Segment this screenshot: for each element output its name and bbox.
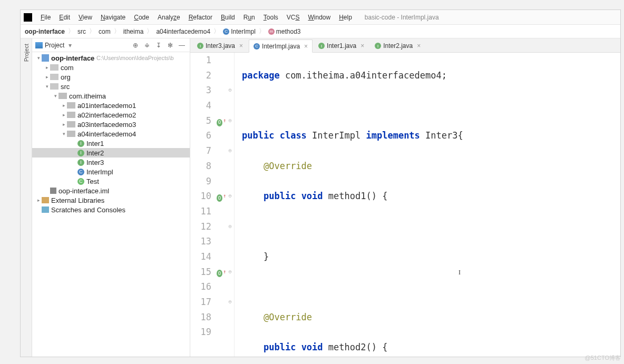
tab-inter1[interactable]: IInter1.java× bbox=[314, 39, 369, 52]
bc-class[interactable]: CInterImpl bbox=[223, 28, 256, 35]
package-icon bbox=[58, 93, 67, 99]
chevron-right-icon: 〉 bbox=[68, 27, 74, 36]
text-cursor-icon: I bbox=[459, 269, 461, 277]
close-icon[interactable]: × bbox=[304, 43, 308, 50]
chevron-right-icon: 〉 bbox=[114, 27, 120, 36]
tree-file-inter2[interactable]: IInter2 bbox=[32, 148, 190, 158]
tree-external-libs[interactable]: ▸External Libraries bbox=[32, 195, 190, 205]
project-tree: ▾oop-interface C:\Users\moon\IdeaProject… bbox=[32, 52, 190, 357]
interface-icon: I bbox=[318, 43, 325, 49]
package-icon bbox=[67, 131, 75, 137]
tool-strip-left: Project bbox=[21, 38, 32, 357]
bc-itheima[interactable]: itheima bbox=[123, 28, 144, 35]
folder-icon bbox=[50, 74, 58, 80]
menu-navigate[interactable]: Navigate bbox=[97, 13, 129, 22]
settings-button[interactable]: ✻ bbox=[165, 41, 175, 50]
breadcrumb-bar: oop-interface 〉 src 〉 com 〉 itheima 〉 a0… bbox=[21, 25, 620, 38]
close-icon[interactable]: × bbox=[360, 42, 364, 50]
menu-vcs[interactable]: VCS bbox=[284, 13, 303, 22]
project-tool-tab[interactable]: Project bbox=[23, 41, 30, 65]
menu-run[interactable]: Run bbox=[240, 13, 258, 22]
chevron-right-icon: 〉 bbox=[147, 27, 153, 36]
menu-build[interactable]: Build bbox=[218, 13, 238, 22]
watermark: @51CTO博客 bbox=[585, 354, 621, 362]
chevron-right-icon: 〉 bbox=[213, 27, 220, 36]
menu-analyze[interactable]: Analyze bbox=[154, 13, 183, 22]
tree-pkg-a02[interactable]: ▸a02interfacedemo2 bbox=[32, 110, 190, 120]
interface-icon: I bbox=[197, 43, 203, 49]
menu-file[interactable]: File bbox=[37, 13, 54, 22]
collapse-button[interactable]: ↧ bbox=[154, 41, 163, 50]
module-icon bbox=[42, 54, 49, 62]
package-icon bbox=[67, 102, 75, 109]
gutter-line-numbers: 12345678910111213141516171819 bbox=[190, 53, 216, 357]
tree-root[interactable]: ▾oop-interface C:\Users\moon\IdeaProject… bbox=[32, 53, 190, 63]
tree-folder-com[interactable]: ▸com bbox=[32, 63, 190, 72]
close-icon[interactable]: × bbox=[239, 42, 243, 50]
package-icon bbox=[67, 121, 75, 127]
code-editor[interactable]: 12345678910111213141516171819 O↑ O↑ O↑ ⊖… bbox=[190, 53, 620, 357]
bc-com[interactable]: com bbox=[99, 28, 111, 35]
gutter-marks: O↑ O↑ O↑ bbox=[216, 53, 226, 357]
method-icon: m bbox=[268, 28, 275, 35]
menu-help[interactable]: Help bbox=[336, 13, 355, 22]
bc-src[interactable]: src bbox=[77, 28, 86, 35]
project-panel-title[interactable]: Project ▾ bbox=[45, 42, 129, 49]
app-icon bbox=[24, 13, 32, 22]
up-arrow-icon: ↑ bbox=[223, 264, 226, 280]
override-marker-icon[interactable]: O bbox=[217, 119, 222, 126]
editor-tabs: IInter3.java× CInterImpl.java× IInter1.j… bbox=[190, 38, 620, 53]
scratch-icon bbox=[42, 206, 49, 213]
close-icon[interactable]: × bbox=[417, 42, 421, 50]
bc-project[interactable]: oop-interface bbox=[25, 28, 65, 35]
bc-pkg[interactable]: a04interfacedemo4 bbox=[156, 28, 210, 35]
fold-gutter: ⊖⊖⊖⊖⊖⊖⊖ bbox=[226, 53, 235, 357]
tab-inter3[interactable]: IInter3.java× bbox=[192, 39, 248, 52]
locate-button[interactable]: ⊕ bbox=[131, 41, 140, 50]
window-title: basic-code - InterImpl.java bbox=[365, 14, 439, 21]
interface-icon: I bbox=[77, 150, 84, 156]
project-panel: Project ▾ ⊕ ≑ ↧ ✻ — ▾oop-interface C:\Us… bbox=[32, 38, 190, 357]
tree-file-test[interactable]: CTest bbox=[32, 176, 190, 186]
runnable-class-icon: C bbox=[77, 178, 84, 185]
tab-inter2[interactable]: IInter2.java× bbox=[370, 39, 425, 52]
folder-icon bbox=[50, 83, 58, 90]
up-arrow-icon: ↑ bbox=[223, 189, 226, 204]
package-icon bbox=[67, 112, 75, 118]
iml-icon bbox=[50, 188, 56, 194]
menu-bar: File Edit View Navigate Code Analyze Ref… bbox=[21, 10, 620, 25]
tree-pkg-itheima[interactable]: ▾com.itheima bbox=[32, 91, 190, 101]
code-area[interactable]: package com.itheima.a04interfacedemo4; p… bbox=[235, 53, 620, 357]
folder-icon bbox=[50, 64, 58, 71]
menu-window[interactable]: Window bbox=[305, 13, 334, 22]
interface-icon: I bbox=[77, 140, 84, 147]
hide-button[interactable]: — bbox=[177, 41, 187, 50]
menu-code[interactable]: Code bbox=[131, 13, 152, 22]
menu-tools[interactable]: Tools bbox=[260, 13, 281, 22]
override-marker-icon[interactable]: O bbox=[217, 270, 222, 277]
menu-view[interactable]: View bbox=[75, 13, 95, 22]
menu-edit[interactable]: Edit bbox=[56, 13, 73, 22]
class-icon: C bbox=[77, 169, 84, 175]
tab-interimpl[interactable]: CInterImpl.java× bbox=[249, 40, 313, 53]
tree-pkg-a01[interactable]: ▸a01interfacedemo1 bbox=[32, 101, 190, 110]
tree-pkg-a03[interactable]: ▸a03interfacedemo3 bbox=[32, 120, 190, 129]
tree-scratches[interactable]: Scratches and Consoles bbox=[32, 205, 190, 214]
up-arrow-icon: ↑ bbox=[223, 113, 226, 129]
library-icon bbox=[42, 197, 49, 203]
tree-file-inter1[interactable]: IInter1 bbox=[32, 139, 190, 148]
ide-window: File Edit View Navigate Code Analyze Ref… bbox=[20, 9, 621, 357]
class-icon: C bbox=[223, 28, 229, 35]
tree-folder-org[interactable]: ▸org bbox=[32, 72, 190, 82]
tree-pkg-a04[interactable]: ▾a04interfacedemo4 bbox=[32, 129, 190, 139]
bc-method[interactable]: mmethod3 bbox=[268, 28, 301, 35]
override-marker-icon[interactable]: O bbox=[217, 194, 222, 202]
tree-file-inter3[interactable]: IInter3 bbox=[32, 158, 190, 167]
tree-folder-src[interactable]: ▾src bbox=[32, 82, 190, 91]
tree-file-interimpl[interactable]: CInterImpl bbox=[32, 167, 190, 176]
expand-button[interactable]: ≑ bbox=[142, 41, 152, 50]
chevron-right-icon: 〉 bbox=[259, 27, 265, 36]
menu-refactor[interactable]: Refactor bbox=[186, 13, 216, 22]
class-icon: C bbox=[253, 43, 260, 50]
tree-file-iml[interactable]: oop-interface.iml bbox=[32, 186, 190, 195]
